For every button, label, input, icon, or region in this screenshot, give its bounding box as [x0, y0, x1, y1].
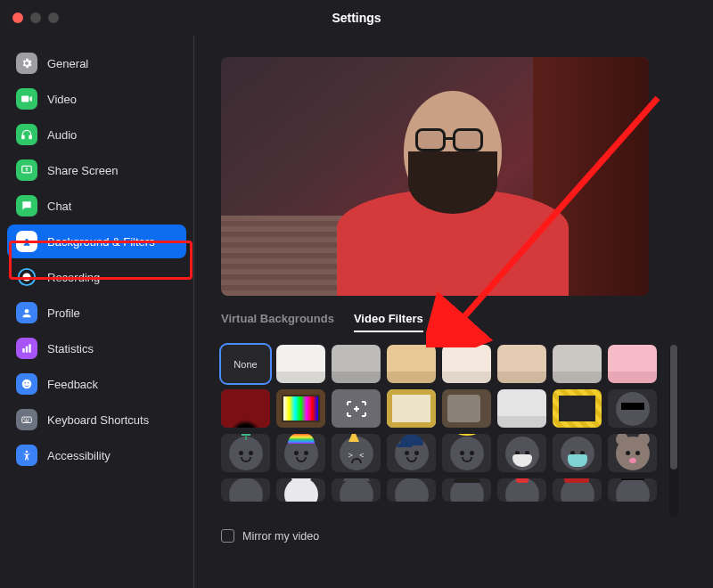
filter-tv-bars[interactable] — [276, 389, 325, 428]
svg-rect-17 — [28, 419, 29, 420]
filter-face-pirate[interactable] — [442, 478, 491, 502]
accessibility-icon — [16, 445, 37, 466]
sidebar-item-share-screen[interactable]: Share Screen — [7, 153, 186, 187]
filter-face-rainbow[interactable] — [276, 434, 325, 472]
svg-rect-16 — [26, 419, 27, 420]
headphones-icon — [16, 124, 37, 145]
sidebar-item-label: Statistics — [47, 342, 94, 355]
filter-face-cat[interactable] — [332, 478, 381, 502]
filter-room-stone[interactable] — [553, 345, 602, 383]
mirror-checkbox[interactable] — [221, 529, 234, 543]
filter-face-cap[interactable] — [387, 434, 436, 472]
svg-rect-0 — [22, 135, 24, 139]
mirror-label: Mirror my video — [242, 530, 319, 543]
chat-icon — [16, 195, 37, 216]
settings-sidebar: General Video Audio Share Screen — [0, 36, 194, 588]
main-panel: Virtual Backgrounds Video Filters None — [194, 36, 713, 588]
scrollbar-thumb[interactable] — [670, 345, 677, 470]
close-icon[interactable] — [12, 12, 23, 23]
filter-room-light[interactable] — [276, 345, 325, 383]
minimize-icon[interactable] — [30, 12, 41, 23]
filter-room-grey[interactable] — [332, 345, 381, 383]
svg-point-19 — [26, 451, 29, 453]
filter-room-tan[interactable] — [387, 345, 436, 383]
filter-crop-frame[interactable] — [332, 389, 381, 428]
sidebar-item-label: Audio — [47, 128, 77, 142]
svg-rect-18 — [25, 421, 29, 421]
window-title: Settings — [332, 11, 381, 25]
stats-icon — [16, 338, 37, 359]
filter-gold-frame[interactable] — [387, 389, 436, 428]
svg-rect-8 — [22, 348, 24, 353]
feedback-icon — [16, 373, 37, 395]
keyboard-icon — [16, 409, 37, 430]
sidebar-item-audio[interactable]: Audio — [7, 118, 186, 151]
svg-rect-14 — [22, 417, 32, 422]
svg-rect-1 — [29, 135, 31, 139]
sidebar-item-general[interactable]: General — [7, 46, 186, 80]
sidebar-item-label: Video — [47, 93, 77, 106]
sidebar-item-label: Background & Filters — [47, 235, 155, 249]
filter-face-beret[interactable] — [553, 478, 602, 502]
video-preview — [221, 57, 649, 296]
filter-room-cream[interactable] — [442, 345, 491, 383]
filter-face-bow[interactable] — [497, 478, 546, 502]
svg-point-7 — [25, 309, 29, 314]
svg-rect-10 — [29, 344, 30, 352]
filter-face-halo[interactable] — [442, 434, 491, 472]
filter-face-n95[interactable] — [497, 434, 546, 472]
video-icon — [16, 88, 37, 110]
filter-face-antlers[interactable]: ΨΨ — [221, 478, 270, 502]
sidebar-item-feedback[interactable]: Feedback — [7, 367, 186, 401]
filter-deal-with-it[interactable] — [608, 389, 657, 428]
filter-face-grad[interactable] — [387, 478, 436, 502]
filter-room-pink[interactable] — [608, 345, 657, 383]
person-box-icon — [16, 231, 37, 252]
sidebar-item-label: Feedback — [47, 378, 98, 391]
filter-face-bunny[interactable] — [276, 478, 325, 502]
filter-face-party[interactable]: >< — [332, 434, 381, 472]
filters-tabs: Virtual Backgrounds Video Filters — [221, 312, 686, 332]
filter-face-tophat[interactable] — [608, 478, 657, 502]
filter-emoji-frame[interactable] — [553, 389, 602, 428]
record-icon — [16, 266, 37, 288]
filter-room-beige[interactable] — [497, 345, 546, 383]
sidebar-item-label: Share Screen — [47, 164, 119, 177]
svg-rect-15 — [24, 419, 25, 420]
filter-face-sprout[interactable] — [221, 434, 270, 472]
sidebar-item-profile[interactable]: Profile — [7, 296, 186, 330]
sidebar-item-label: Keyboard Shortcuts — [47, 413, 149, 427]
svg-rect-9 — [26, 347, 28, 353]
gear-icon — [16, 53, 37, 74]
sidebar-item-chat[interactable]: Chat — [7, 189, 186, 223]
sidebar-item-label: Recording — [47, 271, 100, 284]
tab-video-filters[interactable]: Video Filters — [354, 312, 423, 332]
sidebar-item-video[interactable]: Video — [7, 82, 186, 116]
settings-window: Settings General Video Audio — [0, 0, 713, 588]
mirror-video-row[interactable]: Mirror my video — [221, 529, 686, 543]
filter-face-mouse[interactable] — [608, 434, 657, 472]
tab-virtual-backgrounds[interactable]: Virtual Backgrounds — [221, 312, 334, 332]
window-controls — [12, 12, 59, 23]
svg-point-12 — [24, 382, 26, 384]
filter-none[interactable]: None — [221, 345, 270, 383]
sidebar-item-background-filters[interactable]: Background & Filters — [7, 225, 186, 258]
filter-face-surgical[interactable] — [553, 434, 602, 472]
svg-point-13 — [28, 382, 29, 384]
sidebar-item-statistics[interactable]: Statistics — [7, 331, 186, 365]
sidebar-item-keyboard-shortcuts[interactable]: Keyboard Shortcuts — [7, 403, 186, 437]
svg-point-4 — [25, 239, 29, 242]
sidebar-item-label: General — [47, 57, 88, 70]
sidebar-item-label: Accessibility — [47, 449, 111, 462]
filter-theater[interactable] — [221, 389, 270, 428]
filters-scrollbar[interactable] — [669, 345, 678, 517]
share-screen-icon — [16, 159, 37, 181]
sidebar-item-recording[interactable]: Recording — [7, 260, 186, 294]
sidebar-item-label: Chat — [47, 200, 71, 213]
titlebar: Settings — [0, 0, 713, 36]
filter-bw-room[interactable] — [497, 389, 546, 428]
maximize-icon[interactable] — [48, 12, 59, 23]
filter-old-tv[interactable] — [442, 389, 491, 428]
sidebar-item-accessibility[interactable]: Accessibility — [7, 438, 186, 472]
profile-icon — [16, 302, 37, 323]
